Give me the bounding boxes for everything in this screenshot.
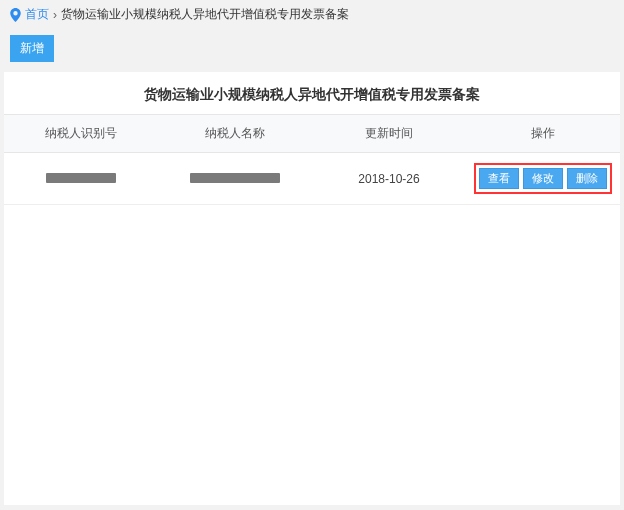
delete-button[interactable]: 删除 <box>567 168 607 189</box>
panel-title: 货物运输业小规模纳税人异地代开增值税专用发票备案 <box>4 72 620 114</box>
redacted-text <box>46 173 116 183</box>
breadcrumb-separator: › <box>53 8 57 22</box>
col-actions: 操作 <box>466 115 620 153</box>
cell-taxpayer-name <box>158 153 312 205</box>
breadcrumb: 首页 › 货物运输业小规模纳税人异地代开增值税专用发票备案 <box>0 0 624 29</box>
col-update-time: 更新时间 <box>312 115 466 153</box>
view-button[interactable]: 查看 <box>479 168 519 189</box>
redacted-text <box>190 173 280 183</box>
edit-button[interactable]: 修改 <box>523 168 563 189</box>
empty-area <box>4 205 620 505</box>
table-row: 2018-10-26 查看 修改 删除 <box>4 153 620 205</box>
data-table: 纳税人识别号 纳税人名称 更新时间 操作 2018-10-26 查看 修改 <box>4 114 620 205</box>
table-header-row: 纳税人识别号 纳税人名称 更新时间 操作 <box>4 115 620 153</box>
breadcrumb-current: 货物运输业小规模纳税人异地代开增值税专用发票备案 <box>61 6 349 23</box>
actions-highlight-box: 查看 修改 删除 <box>474 163 612 194</box>
cell-actions: 查看 修改 删除 <box>466 153 620 205</box>
cell-update-time: 2018-10-26 <box>312 153 466 205</box>
breadcrumb-home-link[interactable]: 首页 <box>25 6 49 23</box>
location-icon <box>10 8 21 22</box>
new-button[interactable]: 新增 <box>10 35 54 62</box>
col-taxpayer-name: 纳税人名称 <box>158 115 312 153</box>
col-taxpayer-id: 纳税人识别号 <box>4 115 158 153</box>
main-panel: 货物运输业小规模纳税人异地代开增值税专用发票备案 纳税人识别号 纳税人名称 更新… <box>4 72 620 205</box>
cell-taxpayer-id <box>4 153 158 205</box>
